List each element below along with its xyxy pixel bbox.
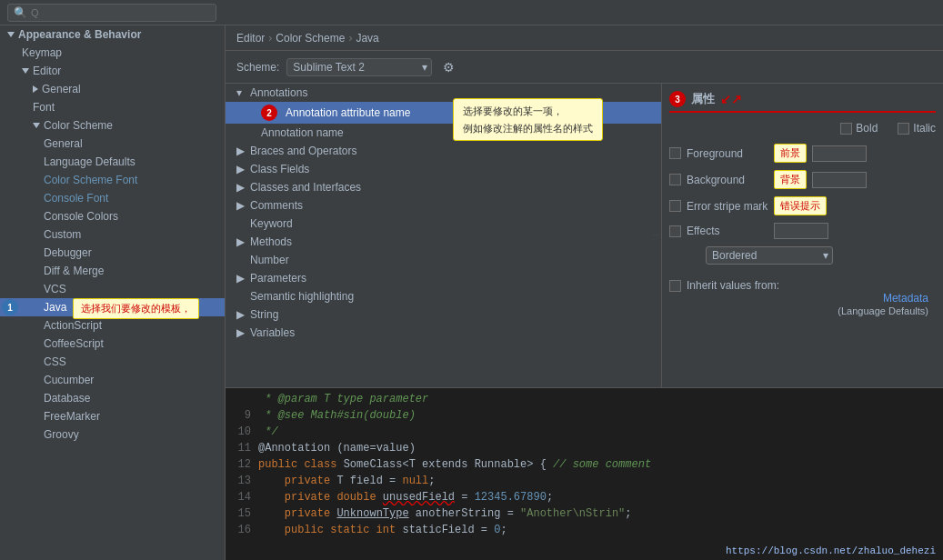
sidebar-item-vcs[interactable]: VCS [0, 280, 225, 298]
tree-item-class-fields[interactable]: ▶ Class Fields [226, 160, 661, 178]
sidebar-item-diff-merge[interactable]: Diff & Merge [0, 262, 225, 280]
sidebar-item-editor[interactable]: Editor [0, 62, 225, 80]
tree-item-classes-interfaces[interactable]: ▶ Classes and Interfaces [226, 178, 661, 196]
sidebar-item-freemarker[interactable]: FreeMarker [0, 407, 225, 425]
metadata-link[interactable]: Metadata [883, 292, 928, 305]
tree-item-number[interactable]: Number [226, 251, 661, 269]
line-number: 9 [226, 409, 258, 422]
sidebar-item-groovy[interactable]: Groovy [0, 425, 225, 444]
sidebar-item-label: Color Scheme [44, 119, 113, 132]
code-content: */ [258, 425, 278, 438]
sidebar-java-callout: 选择我们要修改的模板， [73, 298, 199, 319]
sidebar-item-label: Diff & Merge [44, 265, 104, 277]
bold-label: Bold [856, 122, 878, 135]
foreground-color-box[interactable] [812, 145, 867, 162]
code-line-8: * @param T type parameter [226, 392, 943, 408]
code-line-16: 16 public static int staticField = 0; [226, 523, 943, 539]
top-bar: 🔍 [0, 0, 943, 25]
tree-item-variables[interactable]: ▶ Variables [226, 324, 661, 342]
sidebar-item-language-defaults[interactable]: Language Defaults [0, 153, 225, 171]
tree-item-label: Keyword [250, 217, 293, 230]
effects-type-select[interactable]: Bordered [706, 246, 833, 265]
italic-checkbox[interactable] [898, 123, 909, 135]
sidebar-item-debugger[interactable]: Debugger [0, 244, 225, 262]
inherit-row: Inherit values from: [669, 279, 936, 292]
tree-item-label: Semantic highlighting [250, 290, 354, 303]
sidebar: Appearance & Behavior Keymap Editor Gene… [0, 25, 226, 560]
expand-arrow-icon [33, 123, 40, 128]
line-number: 16 [226, 524, 258, 536]
bold-checkbox-group: Bold [840, 122, 878, 135]
background-checkbox[interactable] [669, 174, 681, 185]
tree-item-keyword[interactable]: Keyword [226, 215, 661, 233]
tree-item-methods[interactable]: ▶ Methods [226, 233, 661, 251]
tree-item-label: Parameters [250, 272, 306, 285]
metadata-link-row: Metadata (Language Defaults) [669, 292, 928, 317]
error-stripe-checkbox[interactable] [669, 200, 681, 212]
breadcrumb-sep2: › [348, 32, 352, 45]
resize-handle: ··· [653, 231, 659, 240]
background-label: Background [687, 174, 768, 186]
search-box[interactable]: 🔍 [7, 4, 216, 22]
sidebar-item-console-colors[interactable]: Console Colors [0, 207, 225, 225]
line-number: 11 [226, 442, 258, 455]
foreground-cn-label: 前景 [774, 144, 807, 163]
expand-icon: ▶ [236, 235, 246, 248]
scheme-select[interactable]: Sublime Text 2 [286, 58, 432, 76]
sidebar-item-color-scheme[interactable]: Color Scheme [0, 116, 225, 135]
code-content: * @param T type parameter [258, 393, 428, 405]
sidebar-item-label: VCS [44, 283, 66, 295]
breadcrumb-color-scheme: Color Scheme [276, 32, 345, 45]
sidebar-item-general2[interactable]: General [0, 135, 225, 153]
language-defaults-label: (Language Defaults) [838, 305, 928, 316]
bold-checkbox[interactable] [840, 123, 852, 135]
tree-item-label: Comments [250, 199, 303, 212]
code-line-12: 12 public class SomeClass<T extends Runn… [226, 457, 943, 474]
sidebar-item-appearance-behavior[interactable]: Appearance & Behavior [0, 25, 225, 44]
effects-color-box[interactable] [774, 223, 828, 239]
props-effects-type-row: Bordered [687, 246, 936, 265]
inherit-checkbox[interactable] [669, 280, 681, 292]
sidebar-item-color-scheme-font[interactable]: Color Scheme Font [0, 171, 225, 189]
middle-area: ▾ Annotations 2 Annotation attribute nam… [226, 84, 943, 387]
sidebar-item-custom[interactable]: Custom [0, 225, 225, 244]
scheme-select-wrap[interactable]: Sublime Text 2 [286, 58, 432, 76]
tree-item-comments[interactable]: ▶ Comments [226, 196, 661, 215]
line-number: 12 [226, 458, 258, 471]
sidebar-item-cucumber[interactable]: Cucumber [0, 371, 225, 389]
effects-checkbox[interactable] [669, 225, 681, 237]
props-background-row: Background 背景 [669, 170, 936, 189]
props-effects-row: Effects [669, 223, 936, 239]
badge-3: 3 [669, 91, 686, 107]
sidebar-item-actionscript[interactable]: ActionScript [0, 316, 225, 335]
sidebar-item-console-font[interactable]: Console Font [0, 189, 225, 207]
sidebar-item-keymap[interactable]: Keymap [0, 44, 225, 62]
search-input[interactable] [31, 7, 195, 18]
sidebar-item-font[interactable]: Font [0, 98, 225, 116]
props-title-row: 3 属性 ↙↗ [669, 91, 936, 107]
sidebar-item-css[interactable]: CSS [0, 353, 225, 371]
tree-item-braces-operators[interactable]: ▶ Braces and Operators [226, 142, 661, 160]
gear-button[interactable]: ⚙ [439, 58, 458, 76]
effects-select-wrap[interactable]: Bordered [706, 246, 833, 265]
italic-checkbox-group: Italic [898, 122, 936, 135]
background-cn-label: 背景 [774, 170, 807, 189]
sidebar-item-label: Java [44, 301, 66, 314]
sidebar-item-coffeescript[interactable]: CoffeeScript [0, 335, 225, 353]
sidebar-item-general[interactable]: General [0, 80, 225, 98]
expand-icon: ▶ [236, 326, 246, 339]
tree-item-semantic-highlighting[interactable]: Semantic highlighting [226, 287, 661, 305]
tree-item-parameters[interactable]: ▶ Parameters [226, 269, 661, 287]
breadcrumb: Editor › Color Scheme › Java [226, 25, 943, 51]
sidebar-item-label: General [42, 83, 81, 95]
sidebar-item-label: Database [44, 392, 90, 405]
code-preview: * @param T type parameter 9 * @see Math#… [226, 387, 943, 560]
foreground-checkbox[interactable] [669, 147, 681, 159]
tree-item-string[interactable]: ▶ String [226, 305, 661, 324]
background-color-box[interactable] [812, 172, 867, 188]
props-error-stripe-row: Error stripe mark 错误提示 [669, 196, 936, 215]
sidebar-item-database[interactable]: Database [0, 389, 225, 407]
foreground-label: Foreground [687, 147, 768, 160]
sidebar-item-label: Debugger [44, 246, 92, 259]
expand-spacer [236, 254, 246, 266]
